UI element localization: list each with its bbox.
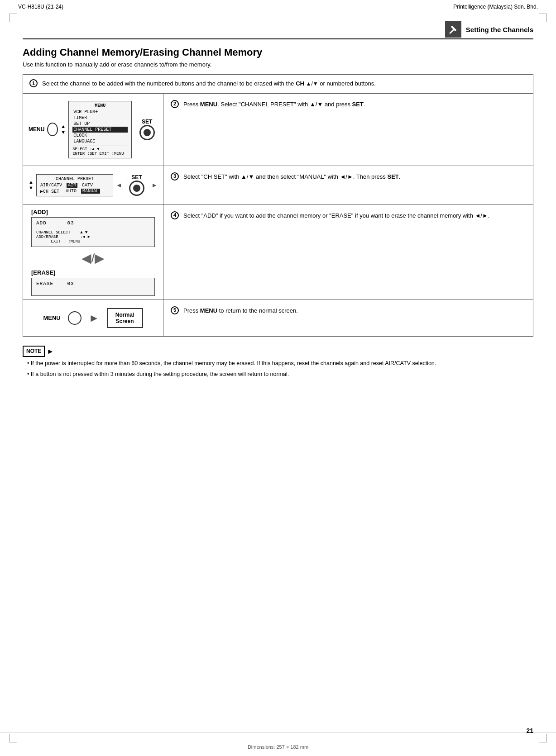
erase-label: [ERASE] <box>31 269 155 276</box>
corner-mark-tl <box>9 14 17 22</box>
step5-right-panel: 5 Press MENU to return to the normal scr… <box>163 300 533 336</box>
step4-right-panel: 4 Select "ADD" if you want to add the ch… <box>163 204 533 300</box>
step2-num: 2 <box>171 100 179 108</box>
menu-normal-row: MENU ► NormalScreen <box>29 304 158 332</box>
note-box: NOTE <box>23 346 45 357</box>
main-title: Adding Channel Memory/Erasing Channel Me… <box>23 47 533 58</box>
svg-rect-2 <box>451 26 456 32</box>
step5-left-panel: MENU ► NormalScreen <box>23 300 163 336</box>
dimensions-text: Dimensions: 257 × 182 mm <box>248 744 308 750</box>
lr-arrow-icon: ◀/▶ <box>81 251 105 265</box>
step2-text: Press MENU. Select "CHANNEL PRESET" with… <box>183 100 365 109</box>
step3-row: ▲ ▼ CHANNEL PRESET AIR/CATV AIR CATV ▶CH… <box>23 166 533 204</box>
subtitle: Use this function to manually add or era… <box>23 61 533 68</box>
step3-left-panel: ▲ ▼ CHANNEL PRESET AIR/CATV AIR CATV ▶CH… <box>23 166 163 204</box>
step2-right-panel: 2 Press MENU. Select "CHANNEL PRESET" wi… <box>163 93 533 166</box>
step3-right-panel: 3 Select "CH SET" with ▲/▼ and then sele… <box>163 166 533 204</box>
step5-num: 5 <box>171 306 179 314</box>
chset-screen: CHANNEL PRESET AIR/CATV AIR CATV ▶CH SET… <box>36 174 113 196</box>
set-button-step3[interactable] <box>129 181 144 196</box>
step1-num: 1 <box>29 79 38 87</box>
note-section: NOTE ► • If the power is interrupted for… <box>23 346 533 379</box>
step4-left-panel: [ADD] ADD 03 CHANNEL SELECT :▲ ▼ ADD/ERA… <box>23 204 163 300</box>
step5-text: Press MENU to return to the normal scree… <box>183 306 298 316</box>
erase-screen: ERASE 03 <box>31 278 155 296</box>
step3-num: 3 <box>171 172 179 181</box>
menu-button-step5[interactable] <box>68 311 81 325</box>
up-down-arrows-step3: ▲ ▼ <box>29 180 34 190</box>
step2-row: MENU ▲ ▼ MENU VCR PLUS+ TIMER SET UP <box>23 93 533 166</box>
add-screen: ADD 03 CHANNEL SELECT :▲ ▼ ADD/ERASE :◄ … <box>31 217 155 247</box>
step3-text: Select "CH SET" with ▲/▼ and then select… <box>183 172 400 182</box>
pen-icon <box>445 21 461 38</box>
menu-button-step2[interactable] <box>47 123 58 136</box>
page-header: VC-H818U (21-24) Printelligence (Malaysi… <box>0 0 556 12</box>
instruction-table: 1 Select the channel to be added with th… <box>23 74 533 337</box>
note-arrow: ► <box>47 346 54 357</box>
header-right: Printelligence (Malaysia) Sdn. Bhd. <box>453 4 538 10</box>
note-bullet2: • If a button is not pressed within 3 mi… <box>27 370 533 379</box>
step1-text: Select the channel to be added with the … <box>42 79 376 89</box>
step4-text: Select "ADD" if you want to add the chan… <box>183 211 489 221</box>
step4-num: 4 <box>171 211 179 219</box>
header-left: VC-H818U (21-24) <box>18 4 63 10</box>
step4-row: [ADD] ADD 03 CHANNEL SELECT :▲ ▼ ADD/ERA… <box>23 204 533 300</box>
step1-cell: 1 Select the channel to be added with th… <box>23 75 533 94</box>
section-title: Setting the Channels <box>466 26 533 33</box>
step1-row: 1 Select the channel to be added with th… <box>23 75 533 94</box>
note-bullet1: • If the power is interrupted for more t… <box>27 359 533 368</box>
set-button-step2[interactable] <box>139 125 155 140</box>
menu-screen: MENU VCR PLUS+ TIMER SET UP CHANNEL PRES… <box>68 101 132 158</box>
page-number: 21 <box>526 727 533 734</box>
step2-left-panel: MENU ▲ ▼ MENU VCR PLUS+ TIMER SET UP <box>23 93 163 166</box>
up-down-arrows-step2: ▲ ▼ <box>61 124 66 135</box>
page-footer <box>0 732 556 738</box>
add-label: [ADD] <box>31 209 155 215</box>
corner-mark-tr <box>539 14 547 22</box>
normal-screen-box: NormalScreen <box>107 308 143 328</box>
arrow-right-icon: ► <box>89 312 100 324</box>
step5-row: MENU ► NormalScreen 5 Press MENU to retu… <box>23 300 533 336</box>
